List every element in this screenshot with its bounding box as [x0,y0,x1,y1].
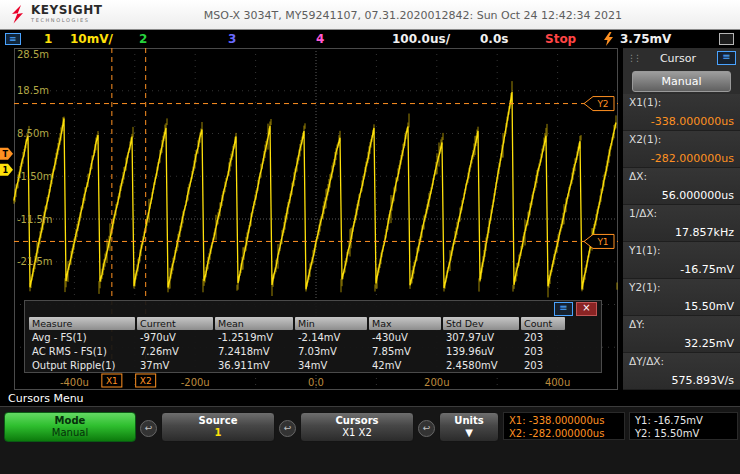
measurement-value: 36.911mV [215,359,293,372]
cursor-field-inv-dx[interactable]: 1/ΔX: 17.857kHz [623,205,740,242]
cursor-field-x1[interactable]: X1(1): -338.000000us [623,94,740,131]
cursor-field-value: 575.893V/s [629,374,734,387]
cursor-field-label: 1/ΔX: [629,207,734,219]
measurement-value: 42mV [369,359,441,372]
measurement-name: Avg - FS(1) [29,331,135,344]
svg-text:X2: X2 [140,376,152,386]
cursor-field-value: 56.000000us [629,189,734,202]
measurement-value: -430uV [369,331,441,344]
t-axis-label: -200u [181,377,210,388]
softkey-bar: Mode Manual ↩ Source 1 ↩ Cursors X1 X2 ↩… [0,406,740,474]
cursor-field-y2[interactable]: Y2(1): 15.50mV [623,279,740,316]
cursor-field-label: Y2(1): [629,281,734,293]
back-arrow-icon[interactable]: ↩ [140,420,157,437]
column-header[interactable]: Mean [215,317,293,330]
cursor-field-value: 15.50mV [629,300,734,313]
softkey-sublabel: Manual [52,427,88,439]
channel-2-button[interactable]: 2 [139,32,147,46]
svg-text:1: 1 [3,166,9,175]
svg-text:X1: X1 [106,376,118,386]
softkey-label: Cursors [335,415,378,427]
trigger-level[interactable]: 3.75mV [620,32,671,46]
column-header[interactable]: Current [137,317,213,330]
softkey-source[interactable]: Source 1 [161,412,275,442]
measurement-value: 139.96uV [443,345,519,358]
measurement-menu-icon[interactable]: ≡ [554,302,573,316]
measurement-value: 7.85mV [369,345,441,358]
back-arrow-icon[interactable]: ↩ [279,420,296,437]
menu-title: Cursors Menu [0,390,740,406]
v-axis-label: 28.5m [17,49,49,60]
main-menu-icon[interactable]: ≡ [5,33,21,45]
measurement-value: 203 [521,359,565,372]
channel-3-button[interactable]: 3 [228,32,236,46]
t-axis-label: -400u [60,377,89,388]
down-arrow-icon: ▼ [465,427,473,439]
measurement-value: 7.03mV [295,345,367,358]
svg-text:Y1: Y1 [596,237,608,247]
channel-4-button[interactable]: 4 [316,32,324,46]
back-arrow-icon[interactable]: ↩ [418,420,435,437]
system-info: MSO-X 3034T, MY59241107, 07.31.202001284… [204,9,622,22]
panel-title: Cursor [643,52,713,65]
cursor-field-label: Y1(1): [629,244,734,256]
timebase-scale[interactable]: 100.0us/ [392,32,450,46]
acquisition-status[interactable]: Stop [545,32,576,46]
softkey-sublabel: 1 [215,427,222,439]
measurement-value: 34mV [295,359,367,372]
readout-y1: Y1: -16.75mV [635,414,732,427]
main-area: 28.5m18.5m8.50m-1.50m-11.5m-21.5m-400u-2… [0,48,740,390]
readout-x1: X1: -338.000000us [509,414,619,427]
display-mode-icon[interactable] [719,33,734,45]
cursor-field-x2[interactable]: X2(1): -282.000000us [623,131,740,168]
softkey-cursors[interactable]: Cursors X1 X2 [300,412,414,442]
oscilloscope-screen: KEYSIGHT TECHNOLOGIES MSO-X 3034T, MY592… [0,0,740,474]
trigger-delay[interactable]: 0.0s [480,32,508,46]
cursor-field-value: -338.000000us [629,115,734,128]
measurement-value: 7.2418mV [215,345,293,358]
channel-1-scale[interactable]: 10mV/ [70,32,113,46]
cursor-field-dy[interactable]: ΔY: 32.25mV [623,316,740,353]
readout-x2: X2: -282.000000us [509,427,619,440]
cursor-readout-y: Y1: -16.75mV Y2: 15.50mV [629,412,738,440]
v-axis-label: 8.50m [17,128,49,139]
cursor-field-value: -16.75mV [629,263,734,276]
cursor-mode-button[interactable]: Manual [632,71,731,92]
measurement-table: Measure Current Mean Min Max Std Dev Cou… [29,317,597,372]
measurement-panel: ≡ × Measure Current Mean Min Max Std Dev… [24,300,602,373]
softkey-mode[interactable]: Mode Manual [4,412,136,442]
t-axis-label: 200u [424,377,449,388]
panel-menu-icon[interactable]: ≡ [717,51,736,65]
cursor-field-label: X1(1): [629,96,734,108]
measurement-name: Output Ripple(1) [29,359,135,372]
keysight-logo: KEYSIGHT TECHNOLOGIES [8,5,102,25]
measurement-value: 203 [521,345,565,358]
t-axis-label: 400u [545,377,570,388]
measurement-value: -1.2519mV [215,331,293,344]
svg-text:Y2: Y2 [596,99,608,109]
column-header[interactable]: Std Dev [443,317,519,330]
column-header[interactable]: Max [369,317,441,330]
column-header[interactable]: Min [295,317,367,330]
cursor-field-value: 32.25mV [629,337,734,350]
measurement-value: 7.26mV [137,345,213,358]
column-header[interactable]: Measure [29,317,135,330]
cursor-field-value: 17.857kHz [629,226,734,239]
softkey-label: Units [454,415,483,427]
measurement-close-icon[interactable]: × [576,302,597,316]
v-axis-label: 18.5m [17,85,49,96]
channel-1-button[interactable]: 1 [44,32,52,46]
cursor-field-y1[interactable]: Y1(1): -16.75mV [623,242,740,279]
brand-subtitle: TECHNOLOGIES [31,15,102,25]
cursor-field-slope[interactable]: ΔY/ΔX: 575.893V/s [623,353,740,390]
column-header[interactable]: Count [521,317,565,330]
keysight-spark-icon [8,5,26,24]
softkey-units[interactable]: Units ▼ [439,412,499,442]
softkey-sublabel: X1 X2 [342,427,372,439]
measurement-name: AC RMS - FS(1) [29,345,135,358]
svg-text:T: T [3,150,9,159]
cursor-field-label: X2(1): [629,133,734,145]
softkey-label: Source [199,415,238,427]
cursor-field-dx[interactable]: ΔX: 56.000000us [623,168,740,205]
trigger-slope-icon [603,32,614,46]
